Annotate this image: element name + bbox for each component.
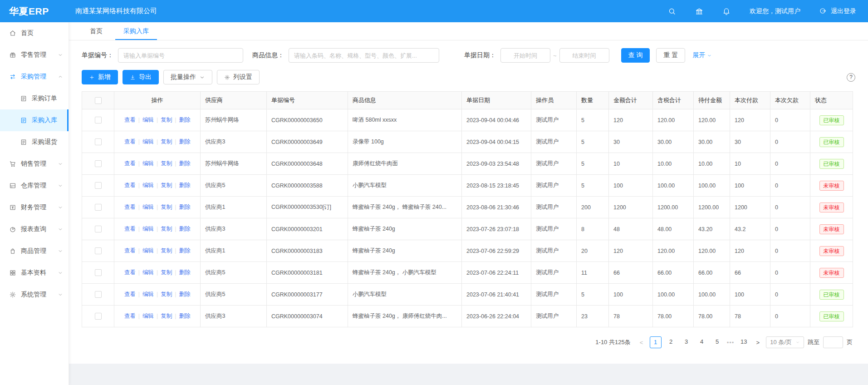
export-button[interactable]: 导出 (123, 70, 159, 84)
search-icon[interactable] (668, 7, 676, 15)
row-action-delete[interactable]: 删除 (179, 226, 190, 232)
sidebar-item-warehouse[interactable]: 仓库管理 (0, 175, 69, 197)
row-action-view[interactable]: 查看 (124, 313, 136, 319)
row-action-delete[interactable]: 删除 (179, 160, 190, 167)
row-action-copy[interactable]: 复制 (161, 291, 172, 297)
logout-button[interactable]: 退出登录 (819, 7, 856, 15)
row-action-view[interactable]: 查看 (124, 182, 136, 188)
sidebar-item-report[interactable]: 报表查询 (0, 218, 69, 240)
row-action-view[interactable]: 查看 (124, 291, 136, 297)
row-checkbox[interactable] (95, 226, 102, 232)
tab-purchase-in[interactable]: 采购入库 (115, 22, 157, 40)
row-action-delete[interactable]: 删除 (179, 182, 190, 188)
page-button-3[interactable]: 3 (681, 336, 692, 348)
add-button[interactable]: 新增 (82, 70, 118, 84)
sidebar-item-system[interactable]: 系统管理 (0, 284, 69, 306)
row-action-view[interactable]: 查看 (124, 204, 136, 210)
row-checkbox[interactable] (95, 313, 102, 320)
search-button[interactable]: 查 询 (621, 48, 650, 63)
row-action-copy[interactable]: 复制 (161, 160, 172, 167)
row-action-delete[interactable]: 删除 (179, 204, 190, 210)
prev-page-button[interactable]: < (637, 339, 646, 346)
row-action-edit[interactable]: 编辑 (142, 182, 154, 188)
sidebar-item-sales[interactable]: 销售管理 (0, 153, 69, 175)
sidebar-item-purchase-return[interactable]: 采购退货 (0, 131, 69, 153)
row-action-edit[interactable]: 编辑 (142, 226, 154, 232)
page-button-2[interactable]: 2 (665, 336, 677, 348)
row-action-delete[interactable]: 删除 (179, 291, 190, 297)
page-button-5[interactable]: 5 (711, 336, 723, 348)
page-button-13[interactable]: 13 (738, 336, 750, 348)
row-action-edit[interactable]: 编辑 (142, 117, 154, 123)
row-action-copy[interactable]: 复制 (161, 138, 172, 145)
tab-home[interactable]: 首页 (82, 22, 111, 40)
date-end-input[interactable] (559, 48, 609, 63)
row-checkbox[interactable] (95, 291, 102, 298)
row-action-view[interactable]: 查看 (124, 160, 136, 167)
column-header: 供应商 (201, 92, 267, 109)
ellipsis[interactable]: ••• (727, 339, 735, 346)
sidebar-item-home[interactable]: 首页 (0, 22, 69, 44)
cell-tax_total: 1200.00 (653, 197, 694, 218)
row-checkbox[interactable] (95, 117, 102, 123)
platform-icon[interactable] (695, 7, 703, 15)
cell-product: 录像带 100g (348, 131, 462, 153)
row-action-view[interactable]: 查看 (124, 117, 136, 123)
row-action-delete[interactable]: 删除 (179, 117, 190, 123)
select-all-checkbox[interactable] (95, 97, 102, 104)
sidebar-item-goods[interactable]: 商品管理 (0, 240, 69, 262)
bell-icon[interactable] (722, 7, 731, 15)
row-checkbox[interactable] (95, 247, 102, 254)
row-action-copy[interactable]: 复制 (161, 247, 172, 254)
chevron-up-icon (58, 74, 63, 79)
product-info-input[interactable] (289, 48, 439, 63)
sidebar-item-purchase-in[interactable]: 采购入库 (0, 109, 69, 131)
row-action-edit[interactable]: 编辑 (142, 291, 154, 297)
row-action-delete[interactable]: 删除 (179, 269, 190, 276)
row-action-edit[interactable]: 编辑 (142, 269, 154, 276)
row-action-view[interactable]: 查看 (124, 226, 136, 232)
row-action-copy[interactable]: 复制 (161, 269, 172, 276)
date-start-input[interactable] (500, 48, 550, 63)
reset-button[interactable]: 重 置 (656, 48, 685, 63)
row-checkbox[interactable] (95, 204, 102, 211)
row-action-edit[interactable]: 编辑 (142, 313, 154, 319)
sidebar-item-retail[interactable]: 零售管理 (0, 44, 69, 66)
page-size-select[interactable]: 10 条/页 (766, 336, 804, 348)
row-action-edit[interactable]: 编辑 (142, 204, 154, 210)
row-action-view[interactable]: 查看 (124, 138, 136, 145)
row-action-copy[interactable]: 复制 (161, 226, 172, 232)
row-checkbox[interactable] (95, 160, 102, 167)
row-action-delete[interactable]: 删除 (179, 247, 190, 254)
row-action-view[interactable]: 查看 (124, 269, 136, 276)
row-action-delete[interactable]: 删除 (179, 313, 190, 319)
row-action-edit[interactable]: 编辑 (142, 160, 154, 167)
row-action-view[interactable]: 查看 (124, 247, 136, 254)
page-button-4[interactable]: 4 (696, 336, 708, 348)
row-checkbox[interactable] (95, 269, 102, 276)
action-divider: | (138, 138, 140, 145)
sidebar-item-purchase-order[interactable]: 采购订单 (0, 88, 69, 109)
sidebar-item-finance[interactable]: 财务管理 (0, 197, 69, 218)
row-checkbox[interactable] (95, 182, 102, 189)
expand-link[interactable]: 展开 (692, 51, 712, 59)
batch-actions-button[interactable]: 批量操作 (163, 70, 212, 84)
sidebar-item-basic[interactable]: 基本资料 (0, 262, 69, 284)
row-action-copy[interactable]: 复制 (161, 313, 172, 319)
page-button-1[interactable]: 1 (650, 336, 662, 348)
row-action-copy[interactable]: 复制 (161, 117, 172, 123)
jump-page-input[interactable] (823, 336, 843, 348)
row-action-delete[interactable]: 删除 (179, 138, 190, 145)
cell-qty: 23 (577, 306, 609, 327)
sidebar-item-purchase[interactable]: 采购管理 (0, 66, 69, 88)
row-checkbox[interactable] (95, 138, 102, 145)
column-settings-button[interactable]: 列设置 (217, 70, 260, 84)
row-action-copy[interactable]: 复制 (161, 204, 172, 210)
row-action-copy[interactable]: 复制 (161, 182, 172, 188)
next-page-button[interactable]: > (753, 339, 762, 346)
row-action-edit[interactable]: 编辑 (142, 138, 154, 145)
help-icon[interactable]: ? (847, 73, 855, 82)
doc-no-input[interactable] (118, 48, 243, 63)
sidebar-item-label: 财务管理 (21, 203, 46, 212)
row-action-edit[interactable]: 编辑 (142, 247, 154, 254)
